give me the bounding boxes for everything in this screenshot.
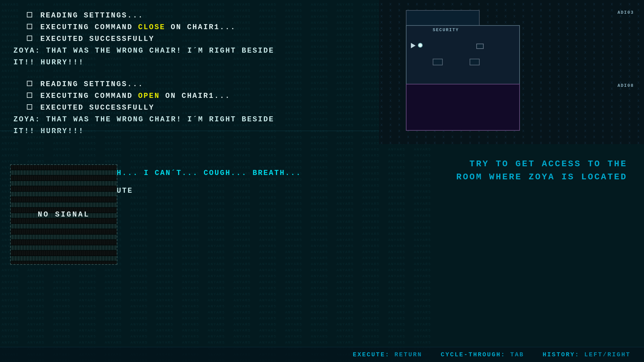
status-cycle-key: CYCLE-THROUGH: bbox=[441, 351, 510, 358]
video-panel: NO SIGNAL bbox=[10, 164, 117, 265]
bullet-icon-2 bbox=[27, 24, 32, 29]
log-success-1: EXECUTED SUCCESSFULLY bbox=[13, 34, 366, 45]
zoya-dialogue-2: ZOYA: THAT WAS THE WRONG CHAIR! I´M RIGH… bbox=[13, 114, 366, 125]
log-reading-2: READING SETTINGS... bbox=[13, 79, 366, 90]
log-executing-2: EXECUTING COMMAND OPEN ON CHAIR1... bbox=[13, 90, 366, 102]
zoya-dialogue-1b: IT!! HURRY!!! bbox=[13, 57, 366, 68]
bullet-icon-4 bbox=[27, 81, 32, 86]
log-exec-post-2: ON CHAIR1... bbox=[160, 92, 231, 100]
map-label-top: ADI03 bbox=[618, 10, 634, 15]
zoya-text-2: ZOYA: THAT WAS THE WRONG CHAIR! I´M RIGH… bbox=[13, 115, 274, 124]
map-player-dot bbox=[418, 43, 423, 48]
bullet-icon-3 bbox=[27, 36, 32, 41]
log-exec-pre-2: EXECUTING COMMAND bbox=[40, 92, 138, 100]
status-bar: EXECUTE: RETURN CYCLE-THROUGH: TAB HISTO… bbox=[0, 347, 644, 362]
log-reading-1: READING SETTINGS... bbox=[13, 10, 366, 21]
log-text-success-1: EXECUTED SUCCESSFULLY bbox=[40, 35, 154, 43]
status-history-val: LEFT/RIGHT bbox=[584, 351, 631, 358]
map-room-bottom bbox=[406, 84, 520, 131]
bullet-icon-6 bbox=[27, 104, 32, 110]
status-bar-text: EXECUTE: RETURN CYCLE-THROUGH: TAB HISTO… bbox=[353, 351, 631, 358]
map-desk-obj bbox=[470, 59, 480, 65]
status-execute-key: EXECUTE: bbox=[353, 351, 394, 358]
status-history-key: HISTORY: bbox=[543, 351, 584, 358]
log-exec-post-1: ON CHAIR1... bbox=[165, 23, 236, 32]
log-exec-cmd-2: OPEN bbox=[138, 92, 160, 100]
map-cursor-icon bbox=[411, 43, 416, 48]
map-label-bottom: ADI08 bbox=[618, 83, 634, 88]
zoya-text-1b: IT!! HURRY!!! bbox=[13, 58, 84, 67]
log-text-success-2: EXECUTED SUCCESSFULLY bbox=[40, 104, 154, 112]
h-divider bbox=[0, 131, 379, 131]
zoya-dialogue-2b: IT!! HURRY!!! bbox=[13, 126, 366, 137]
status-execute-val: RETURN bbox=[394, 351, 436, 358]
hint-line2: ROOM WHERE ZOYA IS LOCATED bbox=[396, 171, 627, 184]
zoya-text-1: ZOYA: THAT WAS THE WRONG CHAIR! I´M RIGH… bbox=[13, 47, 274, 55]
bullet-icon-1 bbox=[27, 12, 32, 17]
log-text-1: READING SETTINGS... bbox=[40, 11, 144, 20]
no-signal-text: NO SIGNAL bbox=[38, 210, 90, 219]
minimap-panel: x x x x x x x x x x x x x x x x x x x x … bbox=[379, 0, 644, 144]
right-info-panel: TRY TO GET ACCESS TO THE ROOM WHERE ZOYA… bbox=[379, 144, 644, 362]
log-executing-1: EXECUTING COMMAND CLOSE ON CHAIR1... bbox=[13, 22, 366, 33]
map-terminal-obj bbox=[476, 44, 484, 49]
log-exec-cmd-1: CLOSE bbox=[138, 23, 165, 32]
log-text-2: READING SETTINGS... bbox=[40, 80, 144, 88]
status-cycle-val: TAB bbox=[510, 351, 538, 358]
video-inner: NO SIGNAL bbox=[11, 165, 117, 264]
log-exec-pre-1: EXECUTING COMMAND bbox=[40, 23, 138, 32]
map-security-label: SECURITY bbox=[433, 27, 459, 33]
log-success-2: EXECUTED SUCCESSFULLY bbox=[13, 102, 366, 113]
zoya-dialogue-1: ZOYA: THAT WAS THE WRONG CHAIR! I´M RIGH… bbox=[13, 45, 366, 56]
bullet-icon-5 bbox=[27, 93, 32, 98]
hint-line1: TRY TO GET ACCESS TO THE bbox=[396, 158, 627, 171]
map-desk-obj2 bbox=[433, 59, 443, 65]
zoya-text-2b: IT!! HURRY!!! bbox=[13, 127, 84, 135]
hint-text: TRY TO GET ACCESS TO THE ROOM WHERE ZOYA… bbox=[396, 158, 627, 184]
